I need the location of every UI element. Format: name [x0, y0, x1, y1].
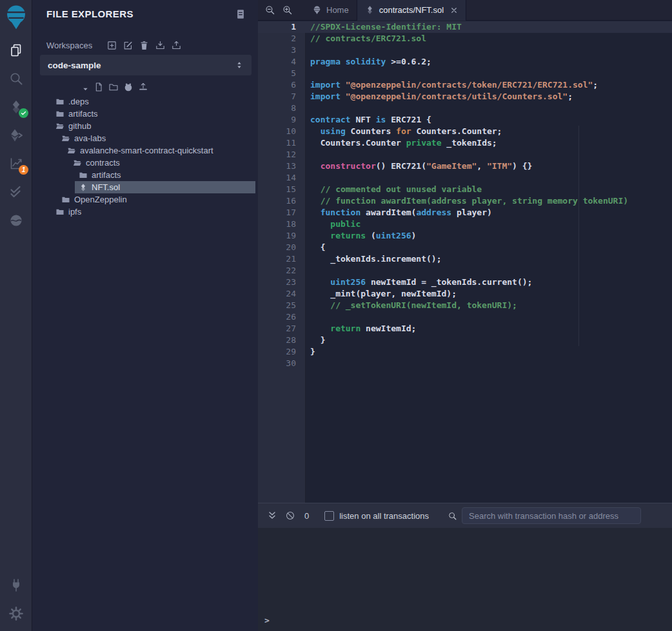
- code-line[interactable]: 25 // _setTokenURI(newItemId, tokenURI);: [258, 300, 672, 311]
- folder-open-icon: [67, 146, 76, 155]
- tree-item-label: artifacts: [68, 109, 98, 119]
- line-content: function awardItem(address player): [305, 207, 492, 218]
- code-line[interactable]: 13 constructor() ERC721("GameItem", "ITM…: [258, 160, 672, 172]
- success-badge: [19, 108, 28, 118]
- line-number: 7: [258, 91, 305, 102]
- remix-logo-icon[interactable]: [2, 3, 30, 31]
- code-line[interactable]: 21 _tokenIds.increment();: [258, 253, 672, 265]
- sidebar-item-file-explorer[interactable]: [8, 43, 24, 58]
- terminal-prompt[interactable]: >: [264, 616, 270, 625]
- line-number: 21: [258, 253, 305, 265]
- rename-workspace-icon[interactable]: [123, 40, 133, 51]
- line-number: 13: [258, 160, 305, 172]
- code-line[interactable]: 2// contracts/ERC721.sol: [258, 33, 672, 44]
- tab-contracts-nft-sol[interactable]: contracts/NFT.sol: [357, 0, 466, 21]
- tree-item-nft-sol[interactable]: NFT.sol: [75, 181, 255, 193]
- line-number: 15: [258, 184, 305, 195]
- code-line[interactable]: 27 return newItemId;: [258, 323, 672, 335]
- code-line[interactable]: 29}: [258, 346, 672, 358]
- book-icon[interactable]: [235, 8, 246, 20]
- sidebar-item-settings[interactable]: [8, 606, 24, 621]
- sidebar-item-solidity-compiler[interactable]: [8, 99, 24, 115]
- zoom-in-icon[interactable]: [282, 5, 293, 15]
- tree-item-avalanche-smart-contract-quickstart[interactable]: avalanche-smart-contract-quickstart: [33, 144, 258, 157]
- tree-item-ava-labs[interactable]: ava-labs: [33, 132, 258, 144]
- line-number: 2: [258, 33, 305, 44]
- terminal-search-icon[interactable]: [448, 511, 457, 521]
- code-editor[interactable]: 1//SPDX-License-Identifier: MIT2// contr…: [258, 21, 672, 503]
- code-line[interactable]: 7import "@openzeppelin/contracts/utils/C…: [258, 91, 672, 102]
- upload-workspace-icon[interactable]: [171, 40, 182, 51]
- file-explorer-panel: FILE EXPLORERS Workspaces code-sample .d…: [33, 0, 258, 631]
- download-workspace-icon[interactable]: [155, 40, 166, 51]
- line-number: 5: [258, 68, 305, 79]
- tree-item--deps[interactable]: .deps: [33, 95, 258, 108]
- line-content: [305, 68, 310, 79]
- line-content: [305, 44, 310, 56]
- code-line[interactable]: 3: [258, 44, 672, 56]
- tree-item-ipfs[interactable]: ipfs: [33, 206, 258, 218]
- terminal-search-input[interactable]: [462, 507, 641, 524]
- code-line[interactable]: 1//SPDX-License-Identifier: MIT: [258, 21, 672, 33]
- file-tree: .depsartifactsgithubava-labsavalanche-sm…: [33, 95, 258, 218]
- code-line[interactable]: 4pragma solidity >=0.6.2;: [258, 56, 672, 68]
- remix-ide-window: 1 FILE EXPLORERS Workspaces code-sample …: [0, 0, 672, 631]
- code-line[interactable]: 10 using Counters for Counters.Counter;: [258, 126, 672, 137]
- code-line[interactable]: 6import "@openzeppelin/contracts/token/E…: [258, 79, 672, 91]
- code-line[interactable]: 28 }: [258, 335, 672, 346]
- new-folder-icon[interactable]: [108, 82, 119, 92]
- tree-item-contracts[interactable]: contracts: [33, 157, 258, 169]
- sidebar-item-plugin-circle[interactable]: [8, 213, 24, 228]
- delete-workspace-icon[interactable]: [139, 40, 150, 51]
- code-line[interactable]: 22: [258, 265, 672, 277]
- upload-file-icon[interactable]: [138, 82, 148, 92]
- line-number: 17: [258, 207, 305, 218]
- code-line[interactable]: 9contract NFT is ERC721 {: [258, 114, 672, 126]
- code-line[interactable]: 14: [258, 172, 672, 184]
- code-line[interactable]: 15 // commented out unused variable: [258, 184, 672, 195]
- collapse-caret-icon[interactable]: [82, 84, 89, 91]
- clear-console-icon[interactable]: [285, 510, 295, 521]
- solidity-file-icon: [79, 183, 88, 192]
- code-line[interactable]: 19 returns (uint256): [258, 230, 672, 242]
- tree-item-artifacts[interactable]: artifacts: [33, 169, 258, 181]
- sidebar-item-search[interactable]: [8, 71, 24, 86]
- code-line[interactable]: 17 function awardItem(address player): [258, 207, 672, 218]
- workspace-select[interactable]: code-sample: [40, 55, 252, 75]
- folder-closed-icon: [61, 195, 70, 204]
- github-clone-icon[interactable]: [123, 82, 133, 92]
- folder-closed-icon: [79, 171, 88, 180]
- code-line[interactable]: 24 _mint(player, newItemId);: [258, 288, 672, 300]
- line-content: [305, 311, 310, 323]
- sidebar-item-plugin-manager[interactable]: [8, 578, 24, 593]
- expand-terminal-icon[interactable]: [267, 510, 277, 521]
- code-line[interactable]: 11 Counters.Counter private _tokenIds;: [258, 137, 672, 149]
- sidebar-item-unit-testing[interactable]: [8, 184, 24, 200]
- sidebar-item-statistics[interactable]: 1: [8, 156, 24, 171]
- line-content: // function awardItem(address player, st…: [305, 195, 628, 207]
- code-line[interactable]: 23 uint256 newItemId = _tokenIds.current…: [258, 277, 672, 288]
- tree-item-label: contracts: [86, 158, 120, 168]
- listen-transactions-checkbox[interactable]: [324, 511, 334, 521]
- zoom-out-icon[interactable]: [264, 5, 275, 15]
- sidebar-item-deploy-run[interactable]: [8, 128, 24, 143]
- line-content: return newItemId;: [305, 323, 416, 335]
- code-line[interactable]: 5: [258, 68, 672, 79]
- code-line[interactable]: 18 public: [258, 218, 672, 230]
- new-file-icon[interactable]: [94, 82, 104, 92]
- close-icon[interactable]: [450, 6, 458, 14]
- tree-item-label: ava-labs: [74, 133, 106, 143]
- tree-item-artifacts[interactable]: artifacts: [33, 108, 258, 120]
- code-line[interactable]: 16 // function awardItem(address player,…: [258, 195, 672, 207]
- code-line[interactable]: 8: [258, 102, 672, 114]
- code-line[interactable]: 26: [258, 311, 672, 323]
- code-line[interactable]: 20 {: [258, 242, 672, 253]
- code-line[interactable]: 12: [258, 149, 672, 160]
- tree-item-github[interactable]: github: [33, 120, 258, 132]
- line-number: 24: [258, 288, 305, 300]
- add-workspace-icon[interactable]: [106, 40, 117, 51]
- line-number: 27: [258, 323, 305, 335]
- tree-item-openzeppelin[interactable]: OpenZeppelin: [33, 193, 258, 206]
- code-line[interactable]: 30: [258, 358, 672, 369]
- tab-home[interactable]: Home: [304, 0, 357, 21]
